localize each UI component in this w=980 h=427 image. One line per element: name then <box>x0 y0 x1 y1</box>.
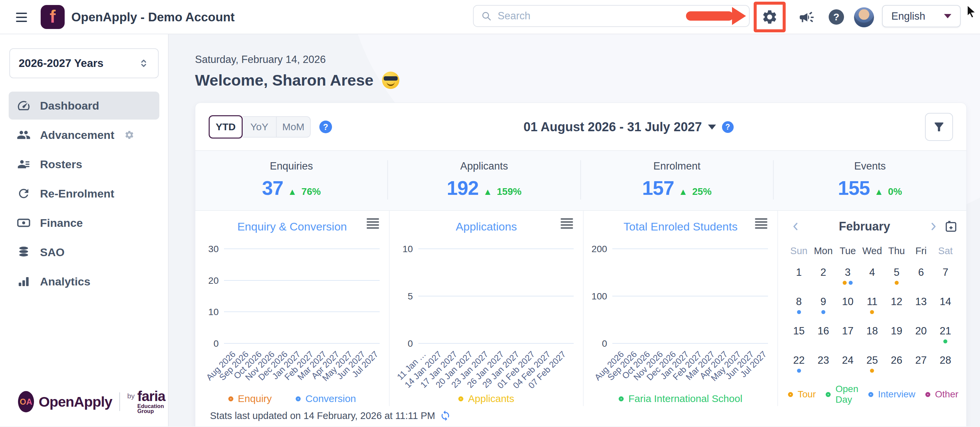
calendar-day-4[interactable]: 4 <box>860 261 885 290</box>
calendar-day-number: 24 <box>836 354 860 367</box>
calendar-day-number: 28 <box>933 354 958 367</box>
stat-change: 76% <box>301 186 321 197</box>
help-icon[interactable]: ? <box>829 10 844 25</box>
welcome-heading: Welcome, Sharon Arese <box>195 71 967 89</box>
calendar-day-number: 25 <box>860 354 885 367</box>
legend-enquiry[interactable]: Enquiry <box>228 393 272 404</box>
calendar-day-26[interactable]: 26 <box>885 349 908 378</box>
openapply-logo[interactable]: f <box>41 5 65 29</box>
calendar-day-18[interactable]: 18 <box>860 320 885 349</box>
calendar-day-5[interactable]: 5 <box>885 261 908 290</box>
chart-menu-icon[interactable] <box>561 217 573 230</box>
calendar-day-20[interactable]: 20 <box>908 320 933 349</box>
stat-label: Applicants <box>388 160 580 172</box>
calendar-day-19[interactable]: 19 <box>885 320 908 349</box>
chart-menu-icon[interactable] <box>755 217 767 230</box>
calendar-day-2[interactable]: 2 <box>811 261 835 290</box>
language-selector[interactable]: English <box>882 5 961 27</box>
mouse-cursor <box>964 4 978 21</box>
calendar-day-21[interactable]: 21 <box>933 320 958 349</box>
y-axis-tick: 0 <box>602 338 607 349</box>
calendar-day-7[interactable]: 7 <box>933 261 958 290</box>
calendar-day-15[interactable]: 15 <box>787 320 811 349</box>
refresh-icon[interactable] <box>440 410 451 421</box>
calendar-day-number: 1 <box>787 267 811 278</box>
toggle-yoy[interactable]: YoY <box>243 116 277 138</box>
sidebar-item-dashboard[interactable]: Dashboard <box>9 92 159 119</box>
calendar-day-number: 13 <box>908 296 933 308</box>
toggle-mom[interactable]: MoM <box>277 116 311 138</box>
events-calendar: FebruarySunMonTueWedThuFriSat12345678910… <box>778 211 966 406</box>
calendar-day-25[interactable]: 25 <box>860 349 885 378</box>
legend-applicants[interactable]: Applicants <box>458 393 514 404</box>
stat-change: 25% <box>692 186 712 197</box>
toggle-ytd[interactable]: YTD <box>208 115 243 138</box>
sidebar-item-label: SAO <box>40 246 65 259</box>
stat-label: Events <box>774 160 966 172</box>
calendar-day-28[interactable]: 28 <box>933 349 958 378</box>
avatar[interactable] <box>854 7 874 27</box>
legend-marker-icon <box>296 396 301 402</box>
day-header-fri: Fri <box>908 246 933 257</box>
sidebar-item-rosters[interactable]: Rosters <box>9 150 159 178</box>
calendar-legend-open-day[interactable]: Open Day <box>826 384 858 405</box>
year-selector[interactable]: 2026-2027 Years <box>10 48 159 78</box>
calendar-day-9[interactable]: 9 <box>811 290 835 320</box>
search-icon <box>481 11 492 21</box>
current-date: Saturday, February 14, 2026 <box>195 54 967 66</box>
date-range-help-icon[interactable]: ? <box>722 121 733 133</box>
calendar-day-17[interactable]: 17 <box>836 320 860 349</box>
calendar-day-22[interactable]: 22 <box>787 349 811 378</box>
gauge-icon <box>17 98 31 113</box>
y-axis-tick: 200 <box>592 244 607 254</box>
calendar-legend-tour[interactable]: Tour <box>788 389 816 400</box>
divider <box>119 392 120 411</box>
sidebar-item-finance[interactable]: Finance <box>9 209 159 237</box>
date-range-caret-icon[interactable] <box>708 125 716 130</box>
sidebar-nav: DashboardAdvancementRostersRe-EnrolmentF… <box>0 92 168 295</box>
calendar-day-16[interactable]: 16 <box>811 320 835 349</box>
openapply-wordmark: OpenApply <box>39 394 112 410</box>
legend-conversion[interactable]: Conversion <box>296 393 356 404</box>
calendar-day-14[interactable]: 14 <box>933 290 958 320</box>
calendar-day-number: 15 <box>787 325 811 337</box>
trend-up-icon: ▲ <box>874 187 883 197</box>
hamburger-menu-icon[interactable] <box>16 10 27 25</box>
stat-label: Enrolment <box>581 160 773 172</box>
calendar-legend-interview[interactable]: Interview <box>868 389 915 400</box>
legend-marker-icon <box>826 392 830 397</box>
calendar-day-3[interactable]: 3 <box>836 261 860 290</box>
calendar-day-1[interactable]: 1 <box>787 261 811 290</box>
chart-total-enroled-students: Total Enroled Students0100200Aug 2026Sep… <box>584 211 778 406</box>
event-dot-open-day <box>943 340 947 343</box>
chevron-left-icon[interactable] <box>787 221 805 232</box>
toggle-help-icon[interactable]: ? <box>319 121 332 133</box>
sidebar-item-advancement[interactable]: Advancement <box>9 121 159 149</box>
legend-faria-international-school[interactable]: Faria International School <box>619 393 742 404</box>
sunglasses-emoji-icon <box>382 71 399 89</box>
sidebar-item-re-enrolment[interactable]: Re-Enrolment <box>9 179 159 208</box>
calendar-day-12[interactable]: 12 <box>885 290 908 320</box>
calendar-day-23[interactable]: 23 <box>811 349 835 378</box>
settings-gear-icon[interactable] <box>124 130 134 140</box>
period-toggle-group: YTDYoYMoM <box>208 115 311 138</box>
event-dot-tour <box>895 281 899 285</box>
calendar-day-11[interactable]: 11 <box>860 290 885 320</box>
sidebar-item-sao[interactable]: SAO <box>9 238 159 266</box>
calendar-day-8[interactable]: 8 <box>787 290 811 320</box>
megaphone-icon[interactable] <box>798 9 815 25</box>
calendar-day-13[interactable]: 13 <box>908 290 933 320</box>
calendar-add-icon[interactable] <box>944 220 958 233</box>
calendar-day-10[interactable]: 10 <box>836 290 860 320</box>
sidebar-item-analytics[interactable]: Analytics <box>9 267 159 295</box>
calendar-day-6[interactable]: 6 <box>908 261 933 290</box>
stat-enrolment: Enrolment157▲25% <box>581 160 774 200</box>
calendar-day-27[interactable]: 27 <box>908 349 933 378</box>
calendar-day-24[interactable]: 24 <box>836 349 860 378</box>
chevron-right-icon[interactable] <box>924 221 942 232</box>
chart-menu-icon[interactable] <box>367 217 379 230</box>
settings-gear-icon[interactable] <box>761 9 778 25</box>
calendar-legend-other[interactable]: Other <box>925 389 958 400</box>
filter-button[interactable] <box>925 113 953 141</box>
bar-chart-icon <box>17 275 31 289</box>
